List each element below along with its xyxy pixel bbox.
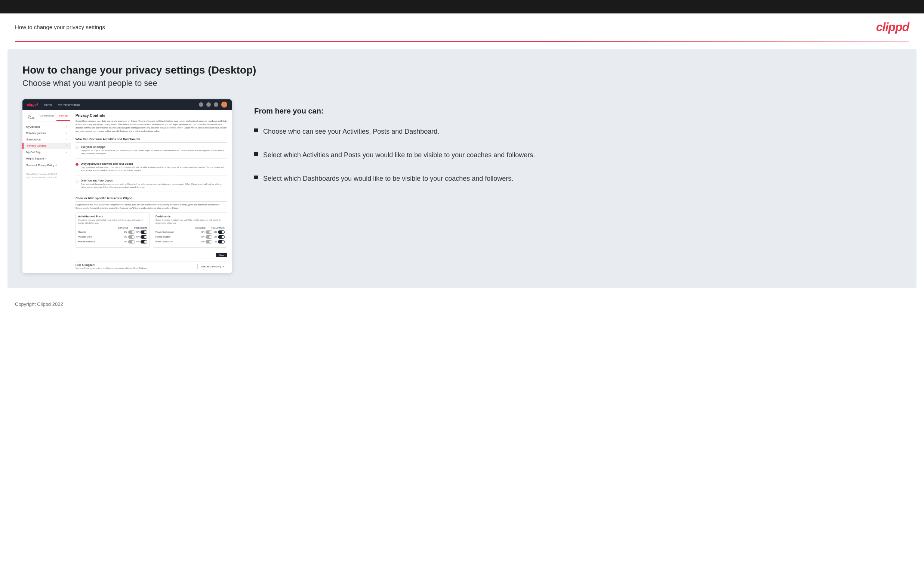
mock-app: clippd Home My Performance M: [23, 99, 232, 273]
mock-option-only-you-desc: Only you and the coaches you connect wit…: [81, 183, 227, 189]
mock-help-section: Help & Support Visit our Clippd communit…: [76, 261, 227, 269]
mock-main-panel: Privacy Controls Control how you and you…: [71, 110, 232, 273]
mock-dashboards-desc: Select the types of activity that you'd …: [155, 219, 225, 224]
mock-tab-connections: Connections: [37, 113, 57, 121]
mock-radio-everyone: [76, 146, 79, 149]
mock-show-hide-desc: Regardless of the privacy controls that …: [76, 203, 227, 210]
mock-search-icon: [199, 102, 204, 107]
bullet-item-3: Select which Dashboards you would like t…: [254, 174, 901, 184]
mock-sidebar-help: Help & Support ↗: [23, 155, 71, 162]
mock-who-can-see-title: Who Can See Your Activities and Dashboar…: [76, 137, 227, 143]
mock-visit-community-button[interactable]: Visit Our Community ↗: [197, 264, 227, 269]
mock-activities-table: Activities and Posts Select the types of…: [76, 213, 150, 247]
mock-activities-header: COACHES FOLLOWERS: [78, 227, 147, 229]
mock-dashboards-title: Dashboards: [155, 215, 225, 218]
mock-nav: clippd Home My Performance: [23, 99, 232, 110]
mock-row-what-to-work: What To Work On ON ON: [155, 240, 225, 243]
mock-option-everyone-label: Everyone on Clippd: [81, 146, 227, 148]
mock-activities-desc: Select the types of activity that you'd …: [78, 219, 147, 224]
mock-sidebar-account: My Account ›: [23, 124, 71, 130]
mock-toggle-drills-followers: [141, 235, 147, 239]
bullet-list: Choose who can see your Activities, Post…: [254, 127, 901, 184]
mock-row-rounds: Rounds ON ON: [78, 230, 147, 234]
mock-option-only-you: Only You and Your Coach Only you and the…: [76, 179, 227, 192]
mock-chevron-privacy: ›: [66, 145, 67, 147]
main-content: How to change your privacy settings (Des…: [8, 49, 916, 288]
mock-sidebar-golfbag: My Golf Bag ›: [23, 149, 71, 155]
mock-toggle-insights-coaches: [205, 235, 212, 239]
mock-tables-row: Activities and Posts Select the types of…: [76, 213, 227, 247]
mock-privacy-controls-desc: Control how you and your data appears to…: [76, 119, 227, 133]
mock-privacy-controls-title: Privacy Controls: [76, 114, 227, 118]
page-title: How to change your privacy settings (Des…: [23, 64, 901, 76]
mock-toggle-manual-coaches: [128, 240, 135, 243]
mock-avatar: [221, 102, 227, 108]
bullet-icon-2: [254, 152, 258, 156]
mock-option-followers: Only Approved Followers and Your Coach O…: [76, 163, 227, 176]
mock-tab-settings: Settings: [57, 113, 70, 121]
mock-logo: clippd: [27, 103, 38, 107]
mock-option-only-you-label: Only You and Your Coach: [81, 179, 227, 182]
mock-toggle-insights-followers: [218, 235, 225, 239]
mock-radio-followers: [76, 163, 79, 166]
mock-toggle-work-followers: [218, 240, 225, 243]
right-panel: From here you can: Choose who can see yo…: [247, 99, 901, 197]
mock-save-button[interactable]: Save: [216, 253, 227, 257]
mock-sidebar-data: Data Integrations ›: [23, 130, 71, 136]
mock-toggle-work-coaches: [205, 240, 212, 243]
bullet-text-2: Select which Activities and Posts you wo…: [263, 150, 535, 160]
mock-toggle-player-coaches: [205, 230, 212, 234]
mock-tab-profile: My Profile: [26, 113, 37, 121]
header-divider: [15, 41, 909, 42]
logo: clippd: [876, 20, 909, 34]
mock-option-everyone-desc: Everyone on Clippd can search for you an…: [81, 149, 227, 155]
right-panel-title: From here you can:: [254, 107, 901, 115]
mock-option-followers-label: Only Approved Followers and Your Coach: [81, 163, 227, 165]
mock-option-followers-desc: Only approved followers and coaches you …: [81, 166, 227, 172]
mock-nav-icons: [199, 102, 227, 108]
mock-toggle-rounds-coaches: [128, 230, 135, 234]
mock-sidebar: My Profile Connections Settings My Accou…: [23, 110, 71, 273]
page-subtitle: Choose what you want people to see: [23, 79, 901, 88]
mock-dashboards-table: Dashboards Select the types of activity …: [153, 213, 227, 247]
top-bar: [0, 0, 924, 13]
bullet-item-1: Choose who can see your Activities, Post…: [254, 127, 901, 137]
mock-sidebar-privacy: Privacy Controls ›: [23, 143, 71, 149]
mock-toggle-rounds-followers: [141, 230, 147, 234]
mock-sidebar-service: Service & Privacy Policy ↗: [23, 162, 71, 169]
mock-sidebar-subscription: Subscription ›: [23, 136, 71, 143]
mock-chevron-subscription: ›: [66, 138, 67, 141]
mock-row-player-dashboard: Player Dashboard ON ON: [155, 230, 225, 234]
mock-row-manual: Manual Activities ON ON: [78, 240, 147, 243]
bullet-icon-1: [254, 129, 258, 132]
mock-sidebar-tabs: My Profile Connections Settings: [23, 113, 71, 121]
mock-row-drills: Practice Drills ON ON: [78, 235, 147, 239]
mock-toggle-player-followers: [218, 230, 225, 234]
mock-chevron-account: ›: [66, 126, 67, 128]
mock-show-hide-section: Show or hide specific features in Clippd…: [76, 197, 227, 269]
screenshot-mockup: clippd Home My Performance M: [23, 99, 232, 273]
mock-row-round-insights: Round Insights ON ON: [155, 235, 225, 239]
mock-save-row: Save: [76, 251, 227, 259]
mock-grid-icon: [206, 102, 211, 107]
bullet-text-3: Select which Dashboards you would like t…: [263, 174, 513, 184]
mock-toggle-drills-coaches: [128, 235, 135, 239]
copyright: Copyright Clippd 2022: [15, 301, 63, 307]
mock-option-everyone: Everyone on Clippd Everyone on Clippd ca…: [76, 146, 227, 159]
mock-show-hide-title: Show or hide specific features in Clippd: [76, 197, 227, 201]
bullet-item-2: Select which Activities and Posts you wo…: [254, 150, 901, 160]
mock-help-desc: Visit our Clippd community to troublesho…: [76, 267, 147, 269]
bullet-text-1: Choose who can see your Activities, Post…: [263, 127, 439, 137]
mock-nav-home: Home: [44, 103, 52, 106]
footer: Copyright Clippd 2022: [0, 295, 924, 313]
bullet-icon-3: [254, 176, 258, 179]
header-title: How to change your privacy settings: [15, 24, 105, 30]
mock-dashboards-header: COACHES FOLLOWERS: [155, 227, 225, 229]
two-column-layout: clippd Home My Performance M: [23, 99, 901, 273]
mock-chevron-data: ›: [66, 132, 67, 134]
mock-body: My Profile Connections Settings My Accou…: [23, 110, 232, 273]
mock-toggle-manual-followers: [141, 240, 147, 243]
mock-nav-performance: My Performance: [58, 103, 80, 106]
mock-activities-title: Activities and Posts: [78, 215, 147, 218]
mock-help-title: Help & Support: [76, 264, 147, 266]
